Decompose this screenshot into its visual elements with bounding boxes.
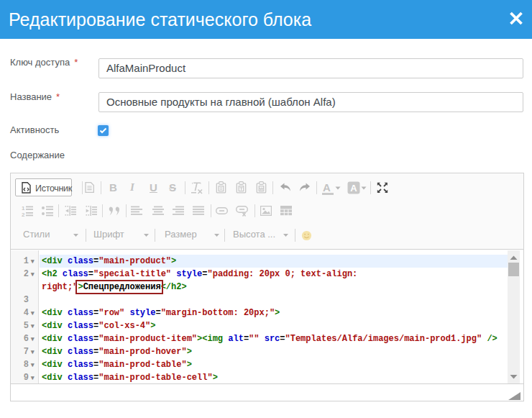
- svg-text:1: 1: [22, 205, 25, 212]
- svg-text:2: 2: [22, 212, 25, 217]
- svg-text:A: A: [350, 183, 357, 194]
